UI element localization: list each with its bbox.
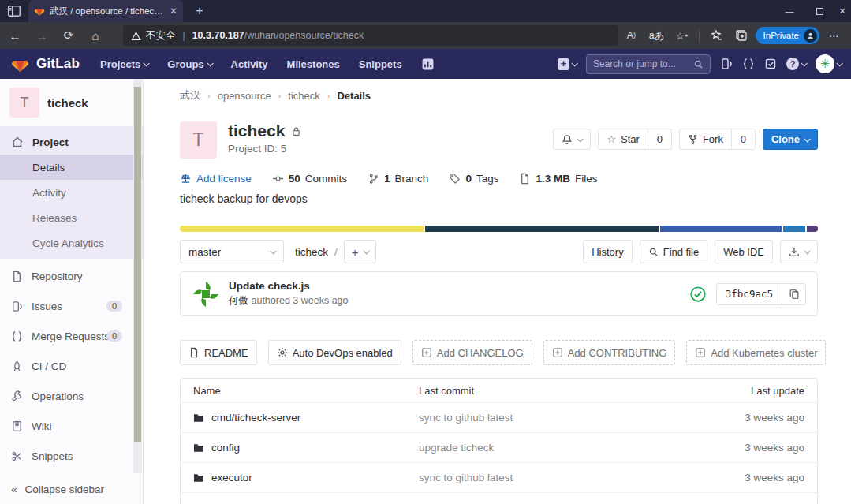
commits-stat[interactable]: 50Commits xyxy=(272,173,347,185)
sidebar-item-details[interactable]: Details xyxy=(0,155,143,180)
files-stat[interactable]: 1.3 MBFiles xyxy=(519,173,597,185)
collapse-sidebar-button[interactable]: « Collapse sidebar xyxy=(0,474,143,504)
add-contributing-button[interactable]: Add CONTRIBUTING xyxy=(543,340,676,365)
merge-requests-icon[interactable] xyxy=(742,58,755,70)
forward-button[interactable]: → xyxy=(30,25,54,46)
sidebar-item-releases[interactable]: Releases xyxy=(0,205,143,230)
address-bar[interactable]: 不安全 | 10.3.70.187 /wuhan/opensource/tich… xyxy=(123,25,618,46)
charts-icon[interactable] xyxy=(421,58,435,71)
nav-snippets[interactable]: Snippets xyxy=(359,58,402,70)
add-file-dropdown[interactable]: + xyxy=(344,240,376,263)
sidebar-item-repository[interactable]: Repository xyxy=(0,263,143,289)
favorites-bar-icon[interactable] xyxy=(705,25,727,46)
sidebar-scrollbar[interactable] xyxy=(133,79,142,473)
breadcrumb-project[interactable]: ticheck xyxy=(288,90,319,102)
star-button[interactable]: ☆ Star xyxy=(598,129,648,150)
inprivate-badge[interactable]: InPrivate xyxy=(756,27,819,44)
file-icon xyxy=(519,173,531,185)
new-menu-button[interactable]: + xyxy=(558,58,577,70)
chevron-down-icon xyxy=(804,248,810,254)
window-minimize-button[interactable]: — xyxy=(775,0,804,22)
sidebar-item-wiki[interactable]: Wiki xyxy=(0,413,143,439)
breadcrumb-subgroup[interactable]: opensource xyxy=(218,90,271,102)
commit-sha[interactable]: 3fbc9ac5 xyxy=(717,284,782,304)
sidebar-item-operations[interactable]: Operations xyxy=(0,383,143,409)
gitlab-logo[interactable]: GitLab xyxy=(10,54,80,73)
more-menu-icon[interactable]: ⋯ xyxy=(823,25,845,46)
chevron-down-icon xyxy=(801,60,807,66)
sidebar-item-merge-requests[interactable]: Merge Requests 0 xyxy=(0,323,143,349)
back-button[interactable]: ← xyxy=(3,25,27,46)
fork-count[interactable]: 0 xyxy=(732,129,756,150)
clone-button[interactable]: Clone xyxy=(763,129,818,150)
branches-stat[interactable]: 1Branch xyxy=(368,173,428,185)
file-link[interactable]: cmd/ticheck-server xyxy=(181,412,419,424)
search-box[interactable] xyxy=(586,54,711,74)
chevron-down-icon xyxy=(207,60,213,66)
window-close-button[interactable]: ✕ xyxy=(834,0,851,22)
tags-stat[interactable]: 0Tags xyxy=(449,173,498,185)
file-link[interactable]: config xyxy=(181,442,419,454)
nav-projects[interactable]: Projects xyxy=(100,58,148,70)
file-link[interactable]: executor xyxy=(181,472,419,483)
add-changelog-button[interactable]: Add CHANGELOG xyxy=(412,340,532,365)
branch-icon xyxy=(368,173,379,185)
repo-path[interactable]: ticheck xyxy=(295,246,328,258)
issues-icon xyxy=(11,301,23,312)
history-button[interactable]: History xyxy=(583,240,632,263)
breadcrumb-separator: › xyxy=(207,91,211,100)
gear-icon xyxy=(277,347,288,358)
nav-activity[interactable]: Activity xyxy=(231,58,268,70)
user-menu[interactable]: ✳ xyxy=(816,54,842,73)
breadcrumb-separator: › xyxy=(278,91,282,100)
commit-icon xyxy=(272,173,284,185)
readme-button[interactable]: README xyxy=(180,340,257,365)
new-tab-button[interactable]: + xyxy=(191,2,208,20)
sidebar-project-header[interactable]: T ticheck xyxy=(0,79,143,126)
sidebar-item-snippets[interactable]: Snippets xyxy=(0,443,143,469)
tab-close-icon[interactable]: ✕ xyxy=(170,6,177,17)
window-maximize-button[interactable] xyxy=(805,0,834,22)
vertical-tabs-icon[interactable] xyxy=(7,4,21,18)
help-menu[interactable]: ? xyxy=(786,58,806,70)
branch-selector[interactable]: master xyxy=(180,240,284,263)
collapse-icon: « xyxy=(11,483,17,495)
sidebar-item-cycle-analytics[interactable]: Cycle Analytics xyxy=(0,230,143,256)
todos-icon[interactable] xyxy=(764,58,777,70)
commit-message-link[interactable]: upgrade ticheck xyxy=(419,442,679,454)
refresh-button[interactable]: ⟳ xyxy=(57,25,80,46)
translate-icon[interactable]: aあ xyxy=(646,25,668,46)
sidebar-item-activity[interactable]: Activity xyxy=(0,180,143,205)
folder-icon xyxy=(193,473,204,483)
nav-milestones[interactable]: Milestones xyxy=(287,58,340,70)
security-chip[interactable]: 不安全 xyxy=(131,29,176,43)
read-aloud-icon[interactable]: A⟩ xyxy=(621,25,643,46)
add-kubernetes-cluster-button[interactable]: Add Kubernetes cluster xyxy=(686,340,826,365)
sidebar-item-ci-cd[interactable]: CI / CD xyxy=(0,353,143,379)
fork-button[interactable]: Fork xyxy=(679,129,732,150)
browser-tab[interactable]: 武汉 / opensource / ticheck · Git ✕ xyxy=(28,0,183,22)
download-source-button[interactable] xyxy=(780,240,818,263)
add-favorite-icon[interactable]: ☆+ xyxy=(671,25,693,46)
commit-message-link[interactable]: sync to github latest xyxy=(419,412,679,424)
collections-icon[interactable] xyxy=(730,25,752,46)
issues-icon[interactable] xyxy=(720,58,733,70)
copy-sha-button[interactable] xyxy=(782,284,805,304)
notifications-dropdown[interactable] xyxy=(553,129,591,150)
commit-message-link[interactable]: sync to github latest xyxy=(419,472,679,483)
auto-devops-button[interactable]: Auto DevOps enabled xyxy=(268,340,401,365)
sidebar-item-project[interactable]: Project xyxy=(0,129,143,155)
web-ide-button[interactable]: Web IDE xyxy=(715,240,773,263)
home-button[interactable]: ⌂ xyxy=(84,25,107,46)
pipeline-status-icon[interactable] xyxy=(689,286,707,303)
star-count[interactable]: 0 xyxy=(648,129,672,150)
search-input[interactable] xyxy=(593,58,693,69)
sidebar-item-issues[interactable]: Issues 0 xyxy=(0,293,143,319)
commit-title-link[interactable]: Update check.js xyxy=(229,280,349,292)
commit-author[interactable]: 何傲 xyxy=(229,295,248,306)
add-license-link[interactable]: Add license xyxy=(180,173,252,185)
nav-groups[interactable]: Groups xyxy=(167,58,211,70)
breadcrumb-group[interactable]: 武汉 xyxy=(180,88,200,103)
find-file-button[interactable]: Find file xyxy=(640,240,708,263)
language-bar[interactable] xyxy=(180,226,818,232)
